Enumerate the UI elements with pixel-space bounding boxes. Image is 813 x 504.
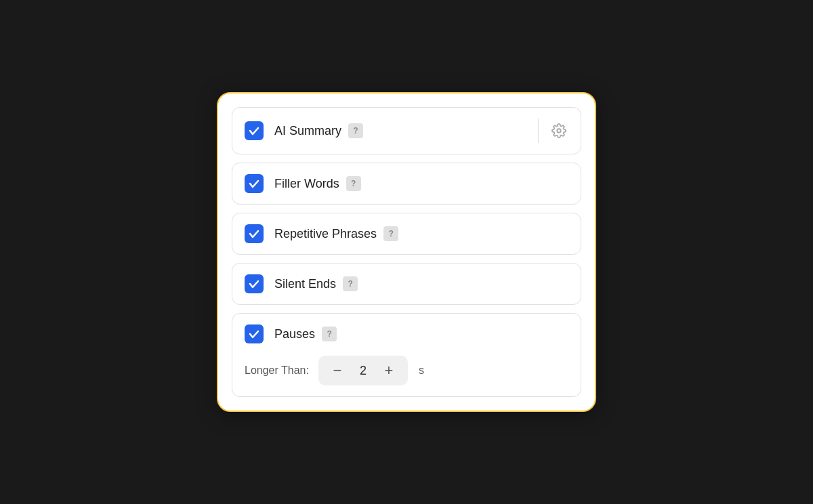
pauses-label: Pauses ?	[274, 327, 337, 341]
longer-than-label: Longer Than:	[245, 364, 309, 377]
filler-words-help-icon[interactable]: ?	[346, 176, 361, 191]
ai-summary-label: AI Summary ?	[274, 123, 363, 138]
ai-summary-left: AI Summary ?	[245, 121, 363, 140]
repetitive-phrases-row: Repetitive Phrases ?	[232, 213, 581, 255]
repetitive-phrases-help-icon[interactable]: ?	[383, 226, 398, 241]
pause-duration-stepper: − 2 +	[318, 356, 408, 385]
repetitive-phrases-left: Repetitive Phrases ?	[245, 224, 398, 243]
ai-summary-gear-icon[interactable]	[549, 121, 568, 140]
increment-button[interactable]: +	[375, 358, 402, 383]
ai-summary-divider	[538, 119, 539, 143]
filler-words-checkbox[interactable]	[245, 174, 264, 193]
pauses-help-icon[interactable]: ?	[322, 327, 337, 341]
silent-ends-left: Silent Ends ?	[245, 274, 358, 293]
silent-ends-checkbox[interactable]	[245, 274, 264, 293]
repetitive-phrases-label: Repetitive Phrases ?	[274, 226, 398, 241]
ai-summary-row: AI Summary ?	[232, 107, 581, 154]
pauses-top: Pauses ?	[245, 324, 568, 343]
filler-words-label: Filler Words ?	[274, 176, 361, 191]
pauses-checkbox[interactable]	[245, 324, 264, 343]
seconds-unit-label: s	[419, 364, 424, 377]
ai-summary-help-icon[interactable]: ?	[348, 123, 363, 138]
silent-ends-help-icon[interactable]: ?	[343, 276, 358, 291]
filler-words-row: Filler Words ?	[232, 163, 581, 205]
pause-duration-value: 2	[351, 364, 375, 378]
longer-than-row: Longer Than: − 2 + s	[245, 356, 568, 385]
silent-ends-row: Silent Ends ?	[232, 263, 581, 305]
decrement-button[interactable]: −	[324, 358, 351, 383]
pauses-section: Pauses ? Longer Than: − 2 + s	[232, 313, 581, 397]
ai-summary-checkbox[interactable]	[245, 121, 264, 140]
filler-words-left: Filler Words ?	[245, 174, 361, 193]
silent-ends-label: Silent Ends ?	[274, 276, 358, 291]
settings-card: AI Summary ? Filler Words ?	[217, 92, 596, 412]
repetitive-phrases-checkbox[interactable]	[245, 224, 264, 243]
svg-point-0	[557, 129, 561, 133]
